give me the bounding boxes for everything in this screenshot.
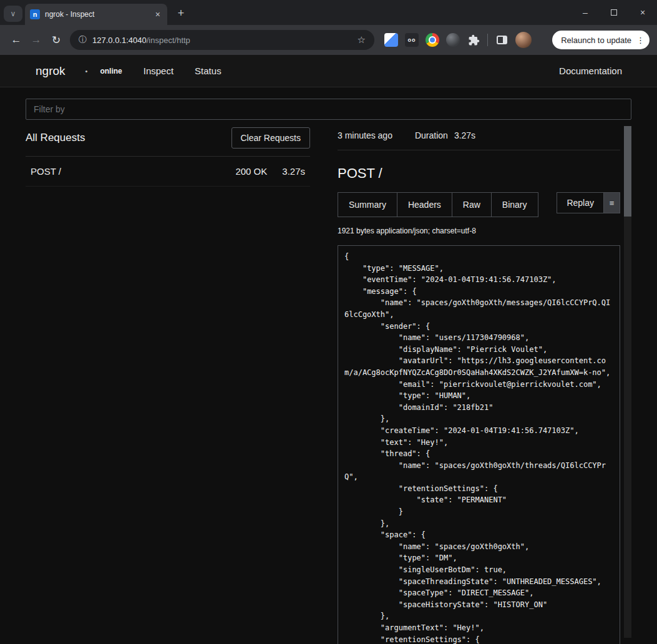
request-method-path: POST / bbox=[31, 166, 61, 177]
back-button[interactable]: ← bbox=[6, 30, 26, 50]
tab-title: ngrok - Inspect bbox=[45, 10, 148, 19]
nav-documentation[interactable]: Documentation bbox=[559, 66, 622, 76]
reload-icon: ↻ bbox=[52, 34, 61, 47]
detail-tabs-row: Summary Headers Raw Binary Replay ≡ bbox=[338, 192, 620, 217]
request-list-header: All Requests Clear Requests bbox=[26, 124, 310, 157]
close-icon: × bbox=[640, 7, 645, 17]
duration-label: Duration bbox=[415, 130, 448, 140]
plus-icon: + bbox=[178, 7, 185, 20]
url-text: 127.0.0.1:4040/inspect/http bbox=[92, 36, 190, 45]
tab-binary[interactable]: Binary bbox=[491, 192, 538, 217]
chrome-logo-icon[interactable] bbox=[426, 33, 439, 47]
request-row-right: 200 OK 3.27s bbox=[235, 166, 305, 177]
browser-tab[interactable]: n ngrok - Inspect × bbox=[25, 4, 167, 25]
chevron-down-icon: ∨ bbox=[11, 9, 16, 18]
close-button[interactable]: × bbox=[628, 0, 657, 25]
online-status: online bbox=[100, 67, 122, 76]
maximize-icon bbox=[611, 9, 617, 16]
browser-titlebar: ∨ n ngrok - Inspect × + – × bbox=[0, 0, 657, 25]
tab-summary[interactable]: Summary bbox=[338, 192, 397, 217]
tab-close-icon[interactable]: × bbox=[153, 9, 162, 19]
request-duration: 3.27s bbox=[282, 166, 305, 177]
side-panel-icon bbox=[497, 36, 507, 44]
ngrok-header: ngrok • online Inspect Status Documentat… bbox=[0, 55, 657, 87]
ngrok-brand[interactable]: ngrok bbox=[36, 64, 66, 78]
request-list-panel: All Requests Clear Requests POST / 200 O… bbox=[26, 124, 310, 644]
tab-headers[interactable]: Headers bbox=[397, 192, 452, 217]
forward-icon: → bbox=[31, 34, 42, 46]
request-detail-panel: 3 minutes ago Duration 3.27s POST / Summ… bbox=[338, 124, 631, 644]
detail-title: POST / bbox=[338, 165, 620, 182]
extension-blue-icon[interactable] bbox=[384, 33, 398, 47]
time-ago: 3 minutes ago bbox=[338, 130, 392, 140]
menu-dots-icon[interactable]: ⋮ bbox=[636, 36, 645, 45]
extensions-puzzle-button[interactable] bbox=[467, 33, 480, 47]
tab-search-button[interactable]: ∨ bbox=[4, 6, 22, 22]
scrollbar-thumb[interactable] bbox=[624, 126, 631, 217]
url-host: 127.0.0.1:4040 bbox=[92, 36, 147, 45]
ngrok-page: ngrok • online Inspect Status Documentat… bbox=[0, 55, 657, 644]
address-bar[interactable]: ⓘ 127.0.0.1:4040/inspect/http ☆ bbox=[70, 30, 374, 50]
request-status: 200 OK bbox=[235, 166, 267, 177]
back-icon: ← bbox=[11, 34, 22, 46]
all-requests-title: All Requests bbox=[26, 132, 85, 144]
inspect-columns: All Requests Clear Requests POST / 200 O… bbox=[26, 124, 631, 644]
forward-button[interactable]: → bbox=[26, 30, 46, 50]
browser-window: ∨ n ngrok - Inspect × + – × ← → bbox=[0, 0, 657, 644]
browser-toolbar: ← → ↻ ⓘ 127.0.0.1:4040/inspect/http ☆ oo bbox=[0, 25, 657, 55]
glasses-icon: oo bbox=[408, 37, 416, 43]
window-controls: – × bbox=[571, 0, 657, 25]
inspect-content: All Requests Clear Requests POST / 200 O… bbox=[0, 87, 657, 644]
relaunch-label: Relaunch to update bbox=[561, 36, 631, 45]
detail-meta-row: 3 minutes ago Duration 3.27s bbox=[338, 124, 620, 150]
nav-status[interactable]: Status bbox=[195, 66, 221, 76]
extension-glasses-icon[interactable]: oo bbox=[405, 33, 419, 47]
duration-value: 3.27s bbox=[454, 130, 475, 140]
minimize-icon: – bbox=[583, 7, 588, 17]
maximize-button[interactable] bbox=[600, 0, 628, 25]
new-tab-button[interactable]: + bbox=[172, 4, 190, 22]
duration-group: Duration 3.27s bbox=[415, 130, 475, 140]
reload-button[interactable]: ↻ bbox=[46, 30, 66, 50]
relaunch-button[interactable]: Relaunch to update ⋮ bbox=[552, 31, 650, 49]
replay-group: Replay ≡ bbox=[557, 192, 620, 213]
toolbar-divider bbox=[487, 34, 488, 46]
tab-raw[interactable]: Raw bbox=[452, 192, 492, 217]
replay-menu-icon: ≡ bbox=[610, 198, 615, 208]
replay-button[interactable]: Replay bbox=[557, 192, 604, 213]
clear-requests-button[interactable]: Clear Requests bbox=[231, 127, 311, 149]
detail-scrollbar[interactable] bbox=[624, 126, 631, 638]
profile-avatar[interactable] bbox=[515, 32, 532, 48]
side-panel-button[interactable] bbox=[495, 33, 509, 47]
response-body-json: { "type": "MESSAGE", "eventTime": "2024-… bbox=[344, 251, 613, 644]
content-type-meta: 1921 bytes application/json; charset=utf… bbox=[338, 227, 620, 235]
request-row[interactable]: POST / 200 OK 3.27s bbox=[26, 157, 310, 187]
url-path: /inspect/http bbox=[147, 36, 190, 45]
status-bullet-icon: • bbox=[85, 67, 88, 75]
response-body-box: { "type": "MESSAGE", "eventTime": "2024-… bbox=[338, 245, 620, 644]
site-info-icon[interactable]: ⓘ bbox=[79, 34, 87, 46]
extensions-row: oo bbox=[384, 32, 532, 48]
bookmark-star-icon[interactable]: ☆ bbox=[358, 34, 366, 46]
extension-circle-icon[interactable] bbox=[446, 33, 460, 47]
minimize-button[interactable]: – bbox=[571, 0, 600, 25]
filter-input[interactable] bbox=[26, 99, 631, 120]
replay-menu-button[interactable]: ≡ bbox=[604, 192, 620, 213]
nav-inspect[interactable]: Inspect bbox=[144, 66, 173, 76]
ngrok-favicon-icon: n bbox=[30, 9, 40, 19]
puzzle-icon bbox=[468, 34, 480, 46]
